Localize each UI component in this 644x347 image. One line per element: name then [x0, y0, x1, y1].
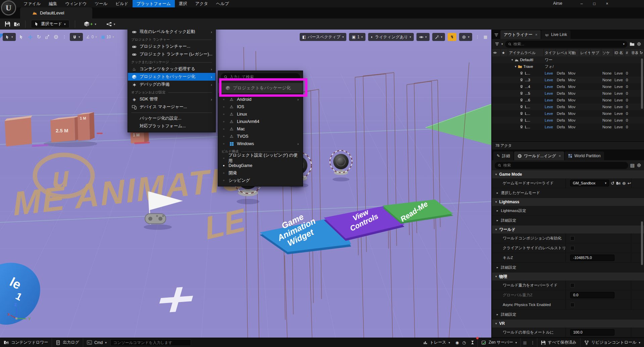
- output-log-button[interactable]: 出力ログ: [52, 338, 83, 347]
- global-gravity-input[interactable]: 0.0: [570, 292, 614, 298]
- menu-item[interactable]: アクタ: [191, 0, 212, 7]
- close-icon[interactable]: ×: [559, 154, 561, 158]
- section-physics[interactable]: ▾物理: [492, 272, 644, 280]
- expand-arrow-icon[interactable]: ▾: [515, 65, 516, 68]
- outliner-row-folder[interactable]: ▾ Trave フォ/: [492, 63, 644, 70]
- pending-tasks-icon[interactable]: [467, 338, 478, 347]
- checkbox[interactable]: [570, 236, 575, 241]
- outliner-scrollbar[interactable]: [641, 58, 643, 109]
- rotation-snap-button[interactable]: ∠ 0 ▾: [86, 33, 98, 41]
- use-selected-icon[interactable]: ↺: [611, 181, 614, 186]
- property-row-collapsible[interactable]: ▸Lightmass設定: [492, 206, 644, 216]
- cmd-dropdown[interactable]: >_ Cmd ▾: [83, 338, 110, 347]
- menu-item[interactable]: ウィンドウ: [61, 0, 91, 7]
- menu-item[interactable]: ビルド: [111, 0, 132, 7]
- game-mode-select[interactable]: GM_Sandbox▾: [570, 180, 609, 186]
- game-view-toggle[interactable]: ↯: [448, 33, 456, 41]
- console-command-input[interactable]: [110, 339, 191, 346]
- filter-icon[interactable]: [495, 42, 499, 46]
- details-search-input[interactable]: [503, 163, 625, 167]
- maximize-viewport-icon[interactable]: ▦: [483, 33, 488, 41]
- outliner-row-actor[interactable]: ...4 Leve Defa Mov None Leve 0: [492, 83, 644, 90]
- column-header[interactable]: #: [625, 49, 630, 56]
- outliner-row-actor[interactable]: L... Leve Defa Mov None Leve 0: [492, 124, 644, 130]
- menu-item-supported-platforms[interactable]: 対応プラットフォーム...: [128, 122, 215, 130]
- outliner-row-world[interactable]: ▾ DefaultI ワー: [492, 56, 644, 63]
- content-drawer-button[interactable]: コンテンツドロワー: [0, 338, 52, 347]
- perspective-button[interactable]: ◧ パースペクティブ ▾: [300, 33, 347, 41]
- menu-item-prepare-debug[interactable]: デバッグの準備›: [128, 81, 215, 88]
- section-world[interactable]: ▾ワールド: [492, 225, 644, 233]
- revision-control-dropdown[interactable]: リビジョンコントロール ▾: [581, 338, 644, 347]
- tab-world-partition[interactable]: World Partition: [565, 151, 604, 160]
- more-options-icon[interactable]: ⋮: [475, 33, 480, 41]
- rotate-tool-icon[interactable]: ↻: [36, 33, 42, 41]
- insights-icon[interactable]: ◉: [454, 338, 460, 347]
- menu-item-device-manager[interactable]: デバイス マネージャー...: [128, 103, 215, 111]
- close-button[interactable]: ×: [602, 0, 612, 7]
- outliner-row-actor[interactable]: L... Leve Defa Mov None Leve 0: [492, 110, 644, 117]
- browse-icon[interactable]: [616, 181, 621, 185]
- platform-item[interactable]: ● ⚠ IOS: [218, 103, 303, 111]
- scale-tool-icon[interactable]: [44, 33, 50, 41]
- type-link[interactable]: Leve: [544, 118, 556, 122]
- type-link[interactable]: Leve: [544, 125, 556, 129]
- effects-button[interactable]: ▾: [432, 33, 445, 41]
- viewport-mode-button[interactable]: ▾: [3, 33, 16, 41]
- save-status-button[interactable]: すべて保存済み: [537, 338, 580, 347]
- submenu-search-input[interactable]: [230, 75, 297, 79]
- tab-world-settings[interactable]: ワールド...イング ×: [514, 151, 564, 160]
- column-header[interactable]: 非表: [630, 49, 638, 56]
- property-row-collapsible[interactable]: ▸詳細設定: [492, 263, 644, 272]
- menu-item[interactable]: ファイル: [19, 0, 45, 7]
- menu-item-cook-content[interactable]: ♨ コンテンツをクック処理する›: [128, 65, 215, 73]
- tab-live-link[interactable]: Live Link: [541, 30, 570, 39]
- property-row-collapsible[interactable]: ▸詳細設定: [492, 216, 644, 225]
- property-row-collapsible[interactable]: ▸選択したゲームモード: [492, 188, 644, 198]
- snapshot-icon[interactable]: ◷: [461, 338, 467, 347]
- expand-arrow-icon[interactable]: ▾: [511, 58, 513, 61]
- column-header[interactable]: アイテムラベル: [508, 49, 544, 56]
- display-filter-icon[interactable]: ▤: [630, 163, 635, 168]
- column-header[interactable]: ID 名: [613, 49, 625, 56]
- snap-toggle-button[interactable]: ▾: [70, 33, 83, 41]
- build-config-item[interactable]: ● プロジェクト設定 (シッピング) の使用: [218, 155, 303, 162]
- menu-item-project-launcher-legacy[interactable]: プロジェクト ランチャー (レガシー)...: [128, 50, 215, 58]
- zen-server-dropdown[interactable]: Zen サーバー ▾: [478, 338, 521, 347]
- checkbox[interactable]: [570, 303, 575, 307]
- platform-item[interactable]: ● ⚠ Linux: [218, 111, 303, 118]
- outliner-row-actor[interactable]: L... Leve Defa Mov None Leve 0: [492, 70, 644, 77]
- type-link[interactable]: Leve: [544, 98, 556, 102]
- menu-item-sdk-management[interactable]: ◈ SDK 管理›: [128, 95, 215, 103]
- section-lightmass[interactable]: ▾Lightmass: [492, 198, 644, 206]
- type-link[interactable]: Leve: [544, 85, 556, 89]
- details-scrollbar[interactable]: [641, 221, 643, 265]
- screen-percentage-button[interactable]: ▣ 1 ▾: [349, 33, 365, 41]
- select-tool-icon[interactable]: [18, 33, 24, 41]
- type-link[interactable]: Leve: [544, 112, 556, 116]
- menu-item[interactable]: 選択: [175, 0, 191, 7]
- minimize-button[interactable]: –: [577, 0, 587, 7]
- level-tab[interactable]: DefaultLevel: [20, 7, 92, 18]
- platform-item[interactable]: ● ⚠ TVOS: [218, 133, 303, 140]
- reset-icon[interactable]: ↩: [628, 181, 631, 186]
- kill-z-input[interactable]: -1048575.0: [570, 255, 614, 261]
- menu-item[interactable]: 編集: [45, 0, 61, 7]
- select-mode-button[interactable]: 選択モード ▾: [31, 20, 69, 28]
- derived-data-icon[interactable]: ▦: [521, 338, 529, 347]
- outliner-row-actor[interactable]: L... Leve Defa Mov None Leve 0: [492, 103, 644, 110]
- outliner-row-actor[interactable]: ...3 Leve Defa Mov None Leve 0: [492, 77, 644, 83]
- trace-dropdown[interactable]: トレース ▾: [419, 338, 454, 347]
- move-tool-icon[interactable]: [27, 33, 34, 41]
- outliner-row-actor[interactable]: ...6 Leve Defa Mov None Leve 0: [492, 97, 644, 103]
- section-vr[interactable]: ▾VR: [492, 319, 644, 328]
- type-link[interactable]: Leve: [544, 78, 556, 82]
- add-icon[interactable]: ⊕: [622, 181, 626, 186]
- outliner-search-input[interactable]: [513, 42, 621, 46]
- build-config-item[interactable]: ● 開発: [218, 169, 303, 177]
- more-options-icon[interactable]: ⋮: [62, 33, 67, 41]
- type-link[interactable]: Leve: [544, 91, 556, 95]
- world-local-toggle-icon[interactable]: [53, 33, 59, 41]
- restore-button[interactable]: □: [589, 0, 599, 7]
- column-header[interactable]: レベル: [556, 49, 567, 56]
